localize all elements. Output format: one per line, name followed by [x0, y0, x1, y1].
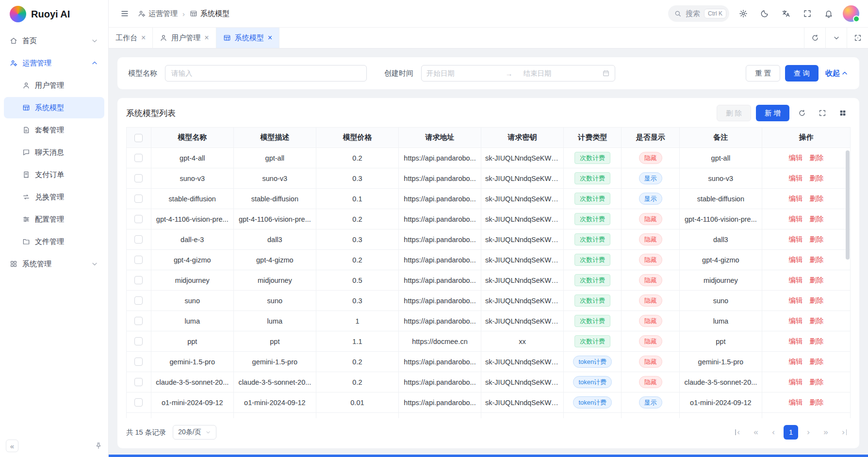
- delete-link[interactable]: 删除: [809, 398, 823, 406]
- translate-icon[interactable]: [779, 6, 793, 21]
- global-search[interactable]: 搜索 Ctrl K: [668, 5, 729, 22]
- edit-link[interactable]: 编辑: [788, 235, 802, 243]
- current-page-button[interactable]: 1: [784, 425, 798, 440]
- delete-link[interactable]: 删除: [809, 337, 823, 345]
- first-page-button[interactable]: ‹: [731, 425, 746, 440]
- edit-link[interactable]: 编辑: [788, 276, 802, 284]
- edit-link[interactable]: 编辑: [788, 195, 802, 202]
- close-icon[interactable]: ×: [141, 34, 146, 42]
- settings-gear-icon[interactable]: [736, 6, 751, 21]
- avatar[interactable]: [843, 5, 859, 22]
- chevron-down-icon[interactable]: [825, 28, 847, 48]
- delete-link[interactable]: 删除: [809, 296, 823, 304]
- sidebar-collapse-button[interactable]: «: [6, 440, 18, 452]
- notification-bell-icon[interactable]: [821, 6, 836, 21]
- model-name-input[interactable]: [165, 65, 367, 82]
- delete-link[interactable]: 删除: [809, 195, 823, 202]
- sidebar-item-system-model[interactable]: 系统模型: [4, 97, 104, 118]
- logo[interactable]: Ruoyi AI: [0, 0, 108, 28]
- delete-link[interactable]: 删除: [809, 256, 823, 263]
- row-checkbox[interactable]: [134, 256, 143, 264]
- sidebar-item-config-management[interactable]: 配置管理: [4, 209, 104, 230]
- jump-forward-button[interactable]: »: [819, 425, 833, 440]
- edit-link[interactable]: 编辑: [788, 378, 802, 386]
- sidebar-item-home[interactable]: 首页: [4, 30, 104, 51]
- page-size-select[interactable]: 20条/页: [173, 425, 216, 440]
- edit-link[interactable]: 编辑: [788, 398, 802, 406]
- sidebar-item-system-management[interactable]: 系统管理: [4, 253, 104, 275]
- tab-workbench[interactable]: 工作台 ×: [109, 28, 153, 48]
- sidebar-item-package-management[interactable]: 套餐管理: [4, 119, 104, 141]
- delete-link[interactable]: 删除: [809, 235, 823, 243]
- sidebar-item-operations[interactable]: 运营管理: [4, 52, 104, 74]
- table-fullscreen-icon[interactable]: [815, 105, 830, 121]
- sidebar: Ruoyi AI 首页 运营管理 用户管理 系统模型: [0, 0, 109, 457]
- select-all-checkbox[interactable]: [134, 134, 143, 142]
- tab-user-management[interactable]: 用户管理 ×: [153, 28, 216, 48]
- row-checkbox[interactable]: [134, 378, 143, 386]
- edit-link[interactable]: 编辑: [788, 337, 802, 345]
- tab-system-model[interactable]: 系统模型 ×: [216, 28, 279, 48]
- row-checkbox[interactable]: [134, 296, 143, 305]
- refresh-icon[interactable]: [804, 28, 825, 48]
- row-checkbox[interactable]: [134, 195, 143, 203]
- next-page-button[interactable]: ›: [801, 425, 816, 440]
- sidebar-item-payment-orders[interactable]: 支付订单: [4, 164, 104, 185]
- edit-link[interactable]: 编辑: [788, 296, 802, 304]
- delete-link[interactable]: 删除: [809, 317, 823, 325]
- cell-remark: claude-3-5-sonnet-20...: [679, 372, 762, 392]
- last-page-button[interactable]: ›: [836, 425, 851, 440]
- row-checkbox[interactable]: [134, 235, 143, 244]
- reset-button[interactable]: 重 置: [746, 65, 780, 82]
- refresh-table-icon[interactable]: [794, 105, 810, 121]
- jump-back-button[interactable]: «: [749, 425, 763, 440]
- dark-mode-moon-icon[interactable]: [757, 6, 772, 21]
- row-checkbox[interactable]: [134, 358, 143, 366]
- end-date-placeholder: 结束日期: [517, 69, 599, 78]
- column-settings-icon[interactable]: [835, 105, 851, 121]
- sidebar-item-exchange-management[interactable]: 兑换管理: [4, 186, 104, 208]
- cell-visibility: 显示: [622, 168, 679, 189]
- row-checkbox[interactable]: [134, 154, 143, 162]
- breadcrumb-system-model[interactable]: 系统模型: [190, 9, 229, 18]
- close-icon[interactable]: ×: [268, 34, 272, 42]
- edit-link[interactable]: 编辑: [788, 174, 802, 182]
- sidebar-item-chat-messages[interactable]: 聊天消息: [4, 142, 104, 163]
- sidebar-item-user-management[interactable]: 用户管理: [4, 75, 104, 96]
- row-checkbox[interactable]: [134, 317, 143, 325]
- row-checkbox-cell: [127, 250, 151, 270]
- edit-link[interactable]: 编辑: [788, 154, 802, 162]
- close-icon[interactable]: ×: [204, 34, 209, 42]
- query-button[interactable]: 查 询: [785, 65, 819, 82]
- row-checkbox[interactable]: [134, 337, 143, 345]
- edit-link[interactable]: 编辑: [788, 215, 802, 223]
- cell-model-price: 0.2: [316, 209, 398, 229]
- pin-icon[interactable]: [95, 442, 102, 450]
- sidebar-item-file-management[interactable]: 文件管理: [4, 231, 104, 252]
- collapse-filter-link[interactable]: 收起: [825, 69, 849, 78]
- table-scrollbar[interactable]: [846, 150, 850, 260]
- breadcrumb-operations[interactable]: 运营管理: [138, 9, 178, 18]
- hamburger-menu-icon[interactable]: [117, 6, 132, 21]
- delete-link[interactable]: 删除: [809, 174, 823, 182]
- add-button[interactable]: 新 增: [756, 105, 789, 121]
- delete-link[interactable]: 删除: [809, 215, 823, 223]
- date-range-picker[interactable]: 开始日期 → 结束日期: [421, 65, 615, 82]
- row-checkbox[interactable]: [134, 174, 143, 182]
- fullscreen-icon[interactable]: [800, 6, 815, 21]
- row-checkbox[interactable]: [134, 215, 143, 223]
- cell-request-key: sk-JIUQLNndqSeKWU...: [481, 392, 564, 413]
- delete-link[interactable]: 删除: [809, 154, 823, 162]
- edit-link[interactable]: 编辑: [788, 317, 802, 325]
- table-row: dall-e-3 dall3 0.3 https://api.pandarobo…: [127, 229, 851, 250]
- row-checkbox[interactable]: [134, 276, 143, 284]
- delete-link[interactable]: 删除: [809, 378, 823, 386]
- row-checkbox[interactable]: [134, 398, 143, 407]
- prev-page-button[interactable]: ‹: [766, 425, 781, 440]
- batch-delete-button[interactable]: 删 除: [717, 105, 751, 121]
- delete-link[interactable]: 删除: [809, 358, 823, 365]
- content-fullscreen-icon[interactable]: [847, 28, 868, 48]
- edit-link[interactable]: 编辑: [788, 256, 802, 263]
- delete-link[interactable]: 删除: [809, 276, 823, 284]
- edit-link[interactable]: 编辑: [788, 358, 802, 365]
